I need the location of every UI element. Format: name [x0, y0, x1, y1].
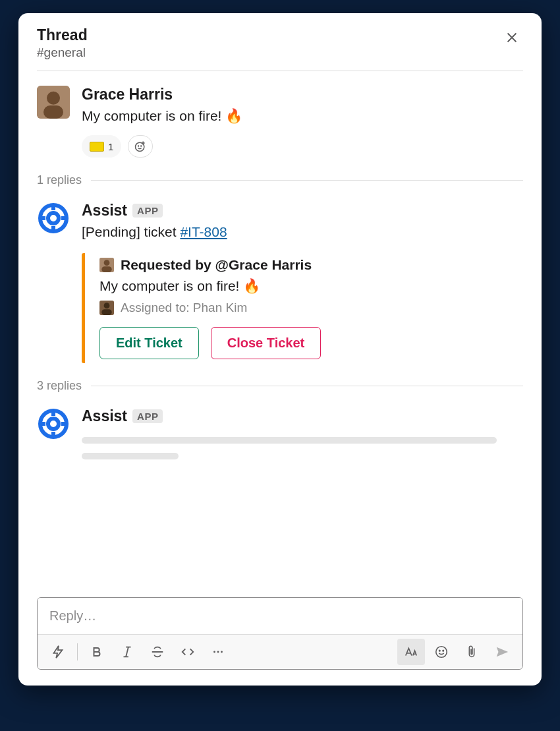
- svg-point-13: [104, 260, 110, 266]
- svg-point-1: [47, 92, 60, 105]
- svg-point-29: [217, 651, 219, 653]
- attachment-body: My computer is on fire! 🔥: [99, 278, 523, 294]
- svg-rect-2: [43, 105, 63, 119]
- composer-toolbar: [38, 634, 522, 669]
- thread-header: Thread #general: [37, 26, 523, 60]
- reactions-row: 1: [82, 135, 523, 158]
- svg-point-31: [436, 647, 447, 658]
- assist-avatar[interactable]: [37, 407, 70, 440]
- svg-line-26: [126, 647, 128, 657]
- requester-avatar: [99, 258, 114, 272]
- close-ticket-button[interactable]: Close Ticket: [211, 327, 321, 359]
- replies-separator: 3 replies: [37, 379, 523, 393]
- thread-title: Thread: [37, 26, 88, 44]
- svg-rect-9: [51, 226, 55, 233]
- app-badge: APP: [132, 204, 163, 218]
- replies-count-label: 3 replies: [37, 379, 82, 393]
- svg-point-16: [104, 303, 110, 308]
- reaction-emoji-icon: [90, 142, 104, 152]
- replies-separator: 1 replies: [37, 173, 523, 187]
- attachment-icon[interactable]: [458, 639, 486, 665]
- reply-input[interactable]: [38, 598, 522, 634]
- requested-by-label: Requested by @Grace Harris: [121, 257, 312, 273]
- svg-point-5: [141, 146, 142, 147]
- thread-channel: #general: [37, 45, 88, 60]
- separator-line: [91, 386, 523, 386]
- bold-icon[interactable]: [83, 639, 111, 665]
- text-style-icon[interactable]: [397, 639, 425, 665]
- svg-rect-10: [39, 216, 45, 220]
- send-icon[interactable]: [488, 639, 516, 665]
- thread-panel: Thread #general Grace Harris My computer…: [18, 13, 542, 686]
- svg-rect-20: [51, 409, 55, 416]
- svg-rect-21: [51, 432, 55, 438]
- more-formatting-icon[interactable]: [204, 639, 232, 665]
- svg-rect-11: [61, 216, 68, 220]
- edit-ticket-button[interactable]: Edit Ticket: [99, 327, 199, 359]
- app-badge: APP: [132, 409, 163, 423]
- ticket-link[interactable]: #IT-808: [180, 224, 227, 239]
- code-icon[interactable]: [174, 639, 202, 665]
- assignee-avatar: [99, 301, 114, 315]
- svg-point-4: [138, 146, 139, 147]
- message-author[interactable]: Grace Harris: [82, 86, 173, 103]
- separator-line: [91, 180, 523, 181]
- loading-skeleton: [82, 437, 497, 444]
- add-reaction-icon[interactable]: [128, 135, 153, 158]
- assigned-to-label: Assigned to: Phan Kim: [121, 301, 247, 315]
- svg-rect-17: [101, 309, 111, 315]
- message-text: My computer is on fire! 🔥: [82, 106, 523, 126]
- message: Grace Harris My computer is on fire! 🔥 1: [37, 86, 523, 158]
- svg-rect-23: [61, 422, 68, 426]
- italic-icon[interactable]: [113, 639, 141, 665]
- avatar[interactable]: [37, 86, 70, 119]
- replies-count-label: 1 replies: [37, 173, 82, 187]
- svg-point-30: [221, 651, 223, 653]
- svg-rect-22: [39, 422, 45, 426]
- loading-skeleton: [82, 453, 179, 459]
- svg-rect-8: [51, 204, 55, 210]
- svg-point-28: [213, 651, 215, 653]
- svg-point-7: [48, 213, 59, 223]
- svg-point-19: [48, 419, 59, 429]
- ticket-attachment: Requested by @Grace Harris My computer i…: [82, 253, 523, 363]
- assist-avatar[interactable]: [37, 202, 70, 235]
- message: Assist APP: [37, 407, 523, 459]
- toolbar-separator: [77, 643, 78, 660]
- reaction-count: 1: [108, 141, 113, 152]
- strikethrough-icon[interactable]: [144, 639, 171, 665]
- svg-point-32: [439, 650, 440, 651]
- message-text: [Pending] ticket #IT-808: [82, 222, 523, 242]
- message-author[interactable]: Assist: [82, 202, 127, 219]
- shortcuts-icon[interactable]: [44, 639, 72, 665]
- svg-rect-14: [101, 266, 111, 272]
- reaction-pill[interactable]: 1: [82, 135, 121, 158]
- svg-point-33: [443, 650, 443, 651]
- message: Assist APP [Pending] ticket #IT-808 Requ…: [37, 202, 523, 363]
- reply-composer: [37, 597, 523, 670]
- header-divider: [37, 71, 523, 71]
- ticket-status-text: [Pending] ticket: [82, 224, 180, 239]
- close-icon[interactable]: [501, 26, 523, 53]
- message-author[interactable]: Assist: [82, 407, 127, 425]
- emoji-picker-icon[interactable]: [428, 639, 455, 665]
